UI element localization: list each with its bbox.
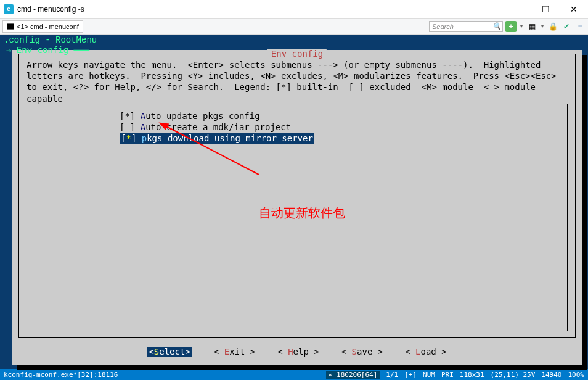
minimize-button[interactable]: —	[503, 0, 531, 19]
help-button[interactable]: < Help >	[277, 347, 319, 357]
tab-label: <1> cmd - menuconf	[17, 23, 79, 30]
outer-box: Env config Arrow keys navigate the menu.…	[18, 54, 576, 338]
maximize-button[interactable]: ☐	[531, 0, 560, 19]
select-button[interactable]: <Select>	[147, 347, 191, 357]
grid-dropdown[interactable]: ▾	[540, 21, 545, 32]
search-placeholder: Search	[432, 23, 454, 30]
status-pos: (25,11) 25V	[491, 371, 536, 379]
add-dropdown[interactable]: ▾	[519, 21, 524, 32]
help-text: Arrow keys navigate the menu. <Enter> se…	[19, 54, 575, 109]
status-bytes: 14940	[541, 371, 561, 379]
add-button[interactable]: +	[505, 21, 517, 32]
lock-icon[interactable]: 🔒	[547, 21, 558, 32]
status-fraction: 1/1	[386, 371, 398, 379]
load-button[interactable]: < Load >	[405, 347, 446, 357]
status-plus: [+]	[404, 371, 417, 379]
menu-item-auto-create[interactable]: [ ] Auto create a mdk/iar project	[27, 122, 567, 133]
titlebar: c cmd - menuconfig -s — ☐ ✕	[0, 0, 588, 19]
terminal-area: .config - RootMenu → Env config ─── Env …	[0, 35, 588, 369]
close-button[interactable]: ✕	[560, 0, 588, 19]
menu-icon[interactable]: ≡	[574, 21, 586, 32]
breadcrumb-line1: .config - RootMenu	[0, 35, 588, 46]
search-icon: 🔍	[492, 22, 501, 30]
annotation-text: 自动更新软件包	[259, 205, 345, 221]
box-title: Env config	[267, 49, 327, 59]
status-pri: PRI	[441, 371, 454, 379]
window-buttons: — ☐ ✕	[503, 0, 588, 19]
status-right: « 180206[64] 1/1 [+] NUM PRI 118x31 (25,…	[326, 371, 584, 379]
status-bar: kconfig-mconf.exe*[32]:18116 « 180206[64…	[0, 369, 588, 380]
menu-item-auto-update[interactable]: [*] Auto update pkgs config	[27, 110, 567, 122]
console-tab[interactable]: <1> cmd - menuconf	[2, 20, 83, 33]
grid-icon[interactable]: ▦	[526, 21, 537, 32]
app-icon: c	[4, 4, 14, 14]
check-icon[interactable]: ✔	[561, 21, 572, 32]
button-bar: <Select> < Exit > < Help > < Save > < Lo…	[12, 347, 582, 357]
menu-item-pkgs-mirror[interactable]: [*] pkgs download using mirror server	[27, 133, 567, 144]
toolbar: <1> cmd - menuconf Search 🔍 + ▾ ▦ ▾ 🔒 ✔ …	[0, 19, 588, 35]
status-process: kconfig-mconf.exe*[32]:18116	[4, 371, 118, 379]
status-pct: 100%	[568, 371, 585, 379]
exit-button[interactable]: < Exit >	[214, 347, 255, 357]
status-dim: 118x31	[460, 371, 484, 379]
status-num: NUM	[423, 371, 435, 379]
status-chip: « 180206[64]	[326, 371, 380, 379]
breadcrumb-line2: → Env config ───	[6, 45, 89, 55]
search-input[interactable]: Search 🔍	[429, 21, 503, 32]
save-button[interactable]: < Save >	[341, 347, 383, 357]
console-icon	[7, 23, 14, 30]
window-title: cmd - menuconfig -s	[17, 5, 84, 14]
